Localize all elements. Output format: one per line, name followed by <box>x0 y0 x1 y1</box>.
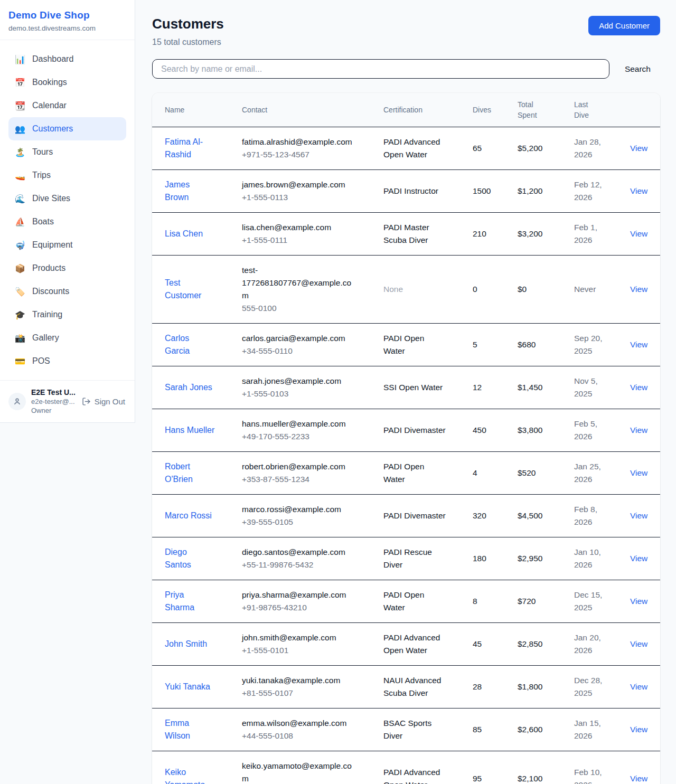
sidebar-item-tours[interactable]: 🏝️ Tours <box>8 140 126 164</box>
customer-phone: +1-555-0101 <box>242 644 336 657</box>
search-button[interactable]: Search <box>625 64 651 74</box>
customer-total-spent: $5,200 <box>518 142 542 155</box>
customer-dives: 12 <box>473 381 482 394</box>
customer-phone: +55-11-99876-5432 <box>242 559 345 571</box>
sidebar-item-dashboard[interactable]: 📊 Dashboard <box>8 48 126 71</box>
sidebar-item-pos[interactable]: 💳 POS <box>8 350 126 373</box>
customer-last-dive: Jan 10, 2026 <box>574 546 605 571</box>
cell-name: Hans Mueller <box>152 409 229 451</box>
customer-certification: PADI Advanced Open Water <box>383 766 447 784</box>
view-link[interactable]: View <box>630 772 647 784</box>
column-header-last-dive: Last Dive <box>561 93 617 127</box>
sidebar-item-gallery[interactable]: 📸 Gallery <box>8 326 126 350</box>
customer-count: 15 total customers <box>152 37 224 47</box>
customer-name-link[interactable]: John Smith <box>165 638 207 650</box>
sidebar-item-trips[interactable]: 🚤 Trips <box>8 164 126 187</box>
view-link[interactable]: View <box>630 338 647 351</box>
cell-total-spent: $2,100 <box>505 751 561 784</box>
customer-name-link[interactable]: Lisa Chen <box>165 228 203 240</box>
customer-name-link[interactable]: Emma Wilson <box>165 717 215 742</box>
dive-sites-icon: 🌊 <box>15 194 25 204</box>
view-link[interactable]: View <box>630 552 647 565</box>
cell-name: Emma Wilson <box>152 709 229 751</box>
cell-actions: View <box>617 170 660 212</box>
view-link[interactable]: View <box>630 381 647 394</box>
cell-actions: View <box>617 409 660 451</box>
table-row: Test Customer test-1772681807767@example… <box>152 255 660 323</box>
customer-last-dive: Jan 20, 2026 <box>574 631 605 657</box>
cell-last-dive: Feb 5, 2026 <box>561 409 617 451</box>
sidebar-item-customers[interactable]: 👥 Customers <box>8 117 126 140</box>
sidebar-item-training[interactable]: 🎓 Training <box>8 303 126 326</box>
sidebar-item-dive-sites[interactable]: 🌊 Dive Sites <box>8 187 126 210</box>
cell-actions: View <box>617 256 660 323</box>
customer-name-link[interactable]: Fatima Al-Rashid <box>165 136 215 161</box>
customer-phone: +971-55-123-4567 <box>242 148 352 161</box>
view-link[interactable]: View <box>630 638 647 650</box>
view-link[interactable]: View <box>630 509 647 522</box>
customer-dives: 85 <box>473 723 482 736</box>
view-link[interactable]: View <box>630 595 647 608</box>
sidebar-item-label: Discounts <box>32 287 69 296</box>
sidebar-item-label: Boats <box>32 217 54 226</box>
sidebar-item-products[interactable]: 📦 Products <box>8 257 126 280</box>
column-header-name: Name <box>152 93 229 127</box>
view-link[interactable]: View <box>630 424 647 437</box>
customer-name-link[interactable]: Priya Sharma <box>165 589 215 614</box>
view-link[interactable]: View <box>630 723 647 736</box>
cell-name: Test Customer <box>152 256 229 323</box>
customer-name-link[interactable]: Test Customer <box>165 277 215 302</box>
view-link[interactable]: View <box>630 142 647 155</box>
view-link[interactable]: View <box>630 467 647 479</box>
add-customer-button[interactable]: Add Customer <box>588 16 660 35</box>
customer-name-link[interactable]: Yuki Tanaka <box>165 681 210 693</box>
table-row: Diego Santos diego.santos@example.com +5… <box>152 537 660 580</box>
customer-name-link[interactable]: Hans Mueller <box>165 424 214 437</box>
sidebar-item-calendar[interactable]: 📆 Calendar <box>8 94 126 117</box>
cell-total-spent: $2,950 <box>505 537 561 580</box>
customer-name-link[interactable]: Diego Santos <box>165 546 215 571</box>
customer-name-link[interactable]: Carlos Garcia <box>165 332 215 357</box>
cell-certification: PADI Advanced Open Water <box>371 127 460 169</box>
cell-total-spent: $720 <box>505 580 561 622</box>
customer-phone: +49-170-555-2233 <box>242 430 346 443</box>
customer-email: yuki.tanaka@example.com <box>242 674 340 687</box>
cell-dives: 180 <box>460 537 505 580</box>
cell-dives: 1500 <box>460 170 505 212</box>
sign-out-button[interactable]: Sign Out <box>82 397 126 406</box>
cell-certification: PADI Master Scuba Diver <box>371 213 460 255</box>
table-body: Fatima Al-Rashid fatima.alrashid@example… <box>152 127 660 784</box>
cell-certification: PADI Open Water <box>371 324 460 366</box>
cell-name: James Brown <box>152 170 229 212</box>
sidebar-item-label: POS <box>32 356 50 366</box>
sidebar: Demo Dive Shop demo.test.divestreams.com… <box>0 0 135 423</box>
view-link[interactable]: View <box>630 228 647 240</box>
sidebar-item-equipment[interactable]: 🤿 Equipment <box>8 233 126 257</box>
customer-name-link[interactable]: Keiko Yamamoto <box>165 766 215 784</box>
view-link[interactable]: View <box>630 185 647 197</box>
avatar <box>8 393 26 410</box>
sidebar-item-bookings[interactable]: 📅 Bookings <box>8 71 126 94</box>
customer-name-link[interactable]: Marco Rossi <box>165 509 212 522</box>
view-link[interactable]: View <box>630 681 647 693</box>
search-input[interactable] <box>152 59 609 79</box>
customer-name-link[interactable]: James Brown <box>165 178 215 204</box>
customer-total-spent: $2,600 <box>518 723 542 736</box>
cell-dives: 5 <box>460 324 505 366</box>
customer-last-dive: Feb 12, 2026 <box>574 178 605 204</box>
sidebar-item-discounts[interactable]: 🏷️ Discounts <box>8 280 126 303</box>
column-header-actions <box>617 93 660 127</box>
table-row: John Smith john.smith@example.com +1-555… <box>152 622 660 665</box>
customer-email: lisa.chen@example.com <box>242 221 331 234</box>
page-title: Customers <box>152 16 224 32</box>
customer-name-link[interactable]: Sarah Jones <box>165 381 212 394</box>
customer-name-link[interactable]: Robert O'Brien <box>165 460 215 486</box>
sidebar-item-label: Bookings <box>32 78 67 87</box>
cell-dives: 210 <box>460 213 505 255</box>
cell-total-spent: $1,450 <box>505 366 561 409</box>
sidebar-item-boats[interactable]: ⛵ Boats <box>8 210 126 233</box>
cell-certification: BSAC Sports Diver <box>371 709 460 751</box>
cell-contact: james.brown@example.com +1-555-0113 <box>229 170 371 212</box>
view-link[interactable]: View <box>630 283 647 296</box>
customers-table: Name Contact Certification Dives Total S… <box>152 93 660 784</box>
